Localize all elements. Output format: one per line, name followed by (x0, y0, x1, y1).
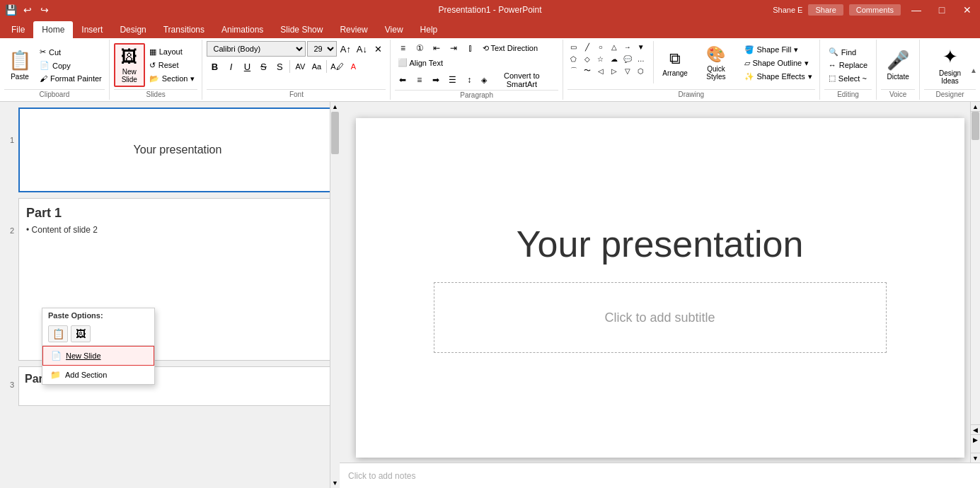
tab-view[interactable]: View (376, 21, 412, 38)
shape-star-btn[interactable]: ☆ (594, 53, 607, 64)
bold-button[interactable]: B (207, 59, 222, 74)
text-shadow-button[interactable]: S (272, 59, 287, 74)
shape-circle-btn[interactable]: ○ (594, 41, 607, 52)
change-case-button[interactable]: Aa (309, 59, 324, 74)
layout-button[interactable]: ▦ Layout (146, 46, 198, 58)
paste-button[interactable]: 📋 Paste (4, 43, 35, 87)
slide-canvas[interactable]: Your presentation Click to add subtitle (356, 118, 964, 458)
tab-file[interactable]: File (3, 21, 33, 38)
prev-slide-btn[interactable]: ◀ (971, 424, 980, 434)
comments-button[interactable]: Comments (849, 4, 901, 16)
shape-callout-btn[interactable]: 💬 (621, 53, 634, 64)
quick-styles-button[interactable]: 🎨 Quick Styles (693, 41, 738, 85)
new-slide-button[interactable]: 🖼 NewSlide (114, 43, 145, 87)
align-text-button[interactable]: ⬜ Align Text (395, 57, 446, 69)
tab-review[interactable]: Review (331, 21, 376, 38)
collapse-ribbon-button[interactable]: ▲ (970, 66, 977, 74)
decrease-indent-button[interactable]: ⇤ (429, 41, 444, 55)
shape-cloud-btn[interactable]: ☁ (608, 53, 621, 64)
align-right-button[interactable]: ➡ (428, 73, 444, 87)
notes-area[interactable]: Click to add notes (340, 463, 980, 488)
next-slide-btn[interactable]: ▶ (971, 434, 980, 444)
shape-pentagon-btn[interactable]: ⬠ (567, 53, 580, 64)
dictate-button[interactable]: 🎤 Dictate (881, 43, 915, 87)
cut-button[interactable]: ✂ Cut (37, 46, 105, 58)
justify-button[interactable]: ☰ (445, 73, 461, 87)
font-name-select[interactable]: Calibri (Body) (207, 41, 306, 57)
shape-line-btn[interactable]: ╱ (581, 41, 594, 52)
shape-rect-btn[interactable]: ▭ (567, 41, 580, 52)
tab-home[interactable]: Home (33, 21, 73, 38)
tab-design[interactable]: Design (111, 21, 154, 38)
column-button[interactable]: ⫿ (463, 41, 478, 55)
strikethrough-button[interactable]: S (255, 59, 271, 74)
tab-transitions[interactable]: Transitions (155, 21, 213, 38)
shape-diamond-btn[interactable]: ◇ (581, 53, 594, 64)
shape-fill-button[interactable]: 🪣 Shape Fill ▾ (742, 44, 815, 56)
tab-help[interactable]: Help (412, 21, 446, 38)
format-painter-button[interactable]: 🖌 Format Painter (37, 73, 105, 84)
increase-font-button[interactable]: A↑ (338, 41, 353, 57)
shape-outline-button[interactable]: ▱ Shape Outline ▾ (742, 57, 815, 69)
shape-effects-button[interactable]: ✨ Shape Effects ▾ (742, 71, 815, 83)
highlight-button[interactable]: A🖊 (329, 59, 345, 74)
increase-indent-button[interactable]: ⇥ (446, 41, 461, 55)
shape-r4-btn[interactable]: ▷ (608, 65, 621, 76)
numbering-button[interactable]: ① (412, 41, 427, 55)
scroll-up-btn[interactable]: ▲ (971, 102, 980, 112)
add-section-menu-item[interactable]: 📁 Add Section (42, 366, 154, 384)
shape-r6-btn[interactable]: ⬡ (635, 65, 647, 76)
select-button[interactable]: ⬚ Select ~ (824, 72, 872, 84)
scroll-thumb-v[interactable] (972, 112, 979, 140)
maximize-button[interactable]: □ (932, 4, 952, 16)
font-color-button[interactable]: A (345, 59, 361, 74)
shape-r3-btn[interactable]: ◁ (594, 65, 607, 76)
char-spacing-button[interactable]: AV (292, 59, 308, 74)
scroll-down-btn[interactable]: ▼ (971, 453, 980, 463)
shape-wavy-btn[interactable]: 〜 (581, 65, 594, 76)
subtitle-box[interactable]: Click to add subtitle (434, 282, 887, 353)
shape-r5-btn[interactable]: ▽ (621, 65, 634, 76)
reset-button[interactable]: ↺ Reset (146, 59, 198, 71)
replace-button[interactable]: ↔ Replace (824, 59, 872, 71)
tab-slideshow[interactable]: Slide Show (272, 21, 331, 38)
slide-thumb-1[interactable]: Your presentation (18, 108, 337, 192)
slide-panel-scrollbar[interactable]: ▲ ▼ (330, 102, 340, 488)
share-button[interactable]: Share (808, 4, 843, 16)
shape-more2-btn[interactable]: … (635, 53, 647, 64)
find-button[interactable]: 🔍 Find (824, 46, 872, 58)
tab-animations[interactable]: Animations (213, 21, 272, 38)
decrease-font-button[interactable]: A↓ (354, 41, 369, 57)
italic-button[interactable]: I (223, 59, 238, 74)
new-slide-menu-item[interactable]: 📄 New Slide (42, 346, 154, 366)
qat-save[interactable]: 💾 (3, 2, 18, 18)
align-center-button[interactable]: ≡ (412, 73, 427, 87)
align-left-button[interactable]: ⬅ (395, 73, 410, 87)
shape-curved-btn[interactable]: ⌒ (567, 65, 580, 76)
copy-button[interactable]: 📄 Copy (37, 59, 105, 71)
slide-panel-scroll-thumb[interactable] (331, 112, 339, 154)
underline-button[interactable]: U (239, 59, 255, 74)
design-ideas-button[interactable]: ✦ Design Ideas (924, 43, 976, 87)
convert-smartart-button[interactable]: ◈ Convert to SmartArt (478, 70, 558, 90)
slide-panel-scroll-up[interactable]: ▲ (330, 102, 340, 112)
shape-tri-btn[interactable]: △ (608, 41, 621, 52)
close-button[interactable]: ✕ (957, 4, 977, 16)
bullets-button[interactable]: ≡ (395, 41, 410, 55)
qat-redo[interactable]: ↪ (37, 2, 52, 18)
qat-undo[interactable]: ↩ (20, 2, 35, 18)
slide-panel-scroll-down[interactable]: ▼ (330, 478, 340, 488)
paste-opt-1-button[interactable]: 📋 (48, 325, 68, 342)
font-size-select[interactable]: 29 (307, 41, 337, 57)
shape-more-btn[interactable]: ▼ (635, 41, 647, 52)
line-spacing-button[interactable]: ↕ (461, 73, 477, 87)
minimize-button[interactable]: — (906, 4, 926, 16)
shape-arrow-btn[interactable]: → (621, 41, 634, 52)
paste-opt-2-button[interactable]: 🖼 (71, 325, 91, 342)
section-button[interactable]: 📂 Section ▾ (146, 73, 198, 85)
text-direction-button[interactable]: ⟲ Text Direction (480, 42, 541, 54)
arrange-button[interactable]: ⧉ Arrange (659, 41, 691, 85)
slide-view-scrollbar[interactable]: ▲ ▼ ◀ ▶ (970, 102, 980, 463)
clear-format-button[interactable]: ✕ (370, 41, 386, 57)
tab-insert[interactable]: Insert (73, 21, 111, 38)
